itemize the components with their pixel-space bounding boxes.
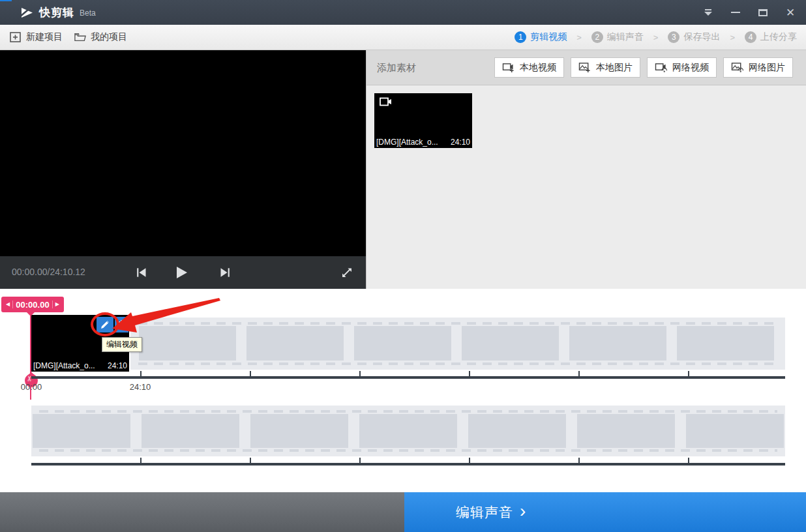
next-frame-button[interactable] [215, 262, 236, 283]
filmstrip-frame [577, 414, 675, 448]
folder-icon [74, 32, 86, 42]
delete-clip-button[interactable] [115, 317, 128, 332]
step-剪辑视频[interactable]: 1剪辑视频 [515, 31, 567, 43]
ruler-label-end: 24:10 [126, 382, 155, 392]
filmstrip-frame [677, 326, 774, 361]
app-title: 快剪辑 [39, 5, 74, 20]
chevron-down-icon [704, 8, 713, 16]
previous-frame-button[interactable] [130, 262, 151, 283]
add-video-plus-button[interactable]: 本地视频 [494, 57, 564, 78]
video-camera-icon [380, 97, 392, 106]
video-track-filmstrip[interactable] [130, 318, 785, 370]
filmstrip-frame [569, 326, 666, 361]
footer-back-area [0, 492, 404, 532]
mat-btn-label: 网络视频 [672, 62, 709, 74]
step-separator: > [576, 33, 582, 42]
new-project-button[interactable]: 新建项目 [10, 25, 63, 50]
add-image-plus-button[interactable]: 本地图片 [571, 57, 640, 78]
panel-title: 添加素材 [377, 62, 416, 74]
timeline-ruler [31, 376, 785, 379]
video-wifi-icon [655, 62, 668, 73]
clip-caption: [DMG][Attack_o... 24:10 [31, 361, 129, 370]
image-wifi-icon [731, 62, 744, 73]
app-window: 快剪辑 Beta ✕ 新建项目 我的项目 1剪辑视频>2编辑 [0, 0, 806, 532]
minimize-icon [731, 12, 740, 13]
minimize-button[interactable] [723, 0, 749, 25]
workflow-steps: 1剪辑视频>2编辑声音>3保存导出>4上传分享 [515, 25, 797, 50]
marker-left-arrow-icon[interactable]: ◀ [6, 302, 10, 307]
step-保存导出[interactable]: 3保存导出 [668, 31, 720, 43]
next-frame-icon [219, 266, 232, 279]
clip-duration: 24:10 [108, 361, 127, 370]
corner-accent [0, 0, 12, 1]
filmstrip-frame [462, 326, 559, 361]
new-project-icon [10, 32, 22, 42]
menu-dropdown-button[interactable] [695, 0, 721, 25]
mat-btn-label: 本地视频 [520, 62, 556, 74]
material-name: [DMG][Attack_o... [376, 138, 438, 147]
material-panel-header: 添加素材 本地视频本地图片网络视频网络图片 [366, 50, 806, 85]
image-plus-icon [578, 62, 591, 73]
my-projects-button[interactable]: 我的项目 [74, 25, 127, 50]
step-label: 编辑声音 [607, 31, 644, 43]
step-编辑声音[interactable]: 2编辑声音 [591, 31, 644, 43]
step-separator: > [653, 33, 659, 42]
step-number: 3 [668, 31, 679, 43]
filmstrip-frame [359, 414, 457, 448]
material-duration: 24:10 [451, 138, 470, 147]
ruler-tick [578, 371, 580, 376]
step-label: 剪辑视频 [530, 31, 567, 43]
edit-clip-button[interactable] [97, 317, 113, 332]
play-icon [174, 265, 188, 280]
step-label: 保存导出 [683, 31, 720, 43]
step-number: 1 [515, 31, 526, 43]
ruler-tick [359, 458, 361, 463]
pencil-icon [100, 320, 110, 329]
playhead-time-marker[interactable]: ◀ 00:00.00 ▶ [1, 297, 64, 312]
next-step-label: 编辑声音 [456, 503, 513, 522]
video-preview[interactable] [0, 50, 366, 256]
play-button[interactable] [171, 262, 192, 283]
filmstrip-frame [142, 414, 239, 448]
filmstrip-frame [686, 414, 784, 448]
previous-frame-icon [134, 266, 147, 279]
timeline-ruler-2 [31, 463, 785, 466]
ruler-tick [469, 458, 470, 463]
marker-time: 00:00.00 [16, 300, 49, 310]
filmstrip-frame [33, 414, 130, 448]
step-label: 上传分享 [760, 31, 797, 43]
material-panel: 添加素材 本地视频本地图片网络视频网络图片 [DMG][Attack_o... … [366, 50, 806, 289]
material-caption: [DMG][Attack_o... 24:10 [374, 138, 472, 147]
material-item[interactable]: [DMG][Attack_o... 24:10 [374, 93, 472, 148]
toolbar: 新建项目 我的项目 1剪辑视频>2编辑声音>3保存导出>4上传分享 [0, 25, 806, 50]
filmstrip-frame [139, 326, 236, 361]
ruler-tick [688, 371, 689, 376]
fullscreen-button[interactable] [336, 262, 357, 283]
maximize-button[interactable] [750, 0, 776, 25]
ruler-tick [578, 458, 580, 463]
audio-track-filmstrip[interactable] [31, 406, 785, 456]
maximize-icon [758, 9, 768, 16]
add-video-wifi-button[interactable]: 网络视频 [647, 57, 717, 78]
close-button[interactable]: ✕ [777, 0, 803, 25]
fullscreen-icon [341, 267, 353, 278]
next-step-button[interactable]: 编辑声音 › [404, 492, 806, 532]
new-project-label: 新建项目 [26, 31, 63, 43]
beta-tag: Beta [80, 8, 96, 18]
video-plus-icon [502, 62, 515, 73]
titlebar: 快剪辑 Beta ✕ [0, 0, 806, 25]
filmstrip-frame [354, 326, 451, 361]
ruler-tick [688, 458, 689, 463]
add-image-wifi-button[interactable]: 网络图片 [723, 57, 793, 78]
step-number: 4 [745, 31, 756, 43]
filmstrip-frame [246, 326, 344, 361]
ruler-tick [250, 458, 251, 463]
ruler-tick [359, 371, 361, 376]
ruler-tick [250, 371, 251, 376]
step-上传分享[interactable]: 4上传分享 [745, 31, 797, 43]
time-display: 00:00.00/24:10.12 [12, 267, 85, 277]
add-material-buttons: 本地视频本地图片网络视频网络图片 [494, 57, 793, 78]
filmstrip-frame [250, 414, 348, 448]
clip-name: [DMG][Attack_o... [33, 361, 95, 370]
marker-right-arrow-icon[interactable]: ▶ [55, 302, 59, 307]
